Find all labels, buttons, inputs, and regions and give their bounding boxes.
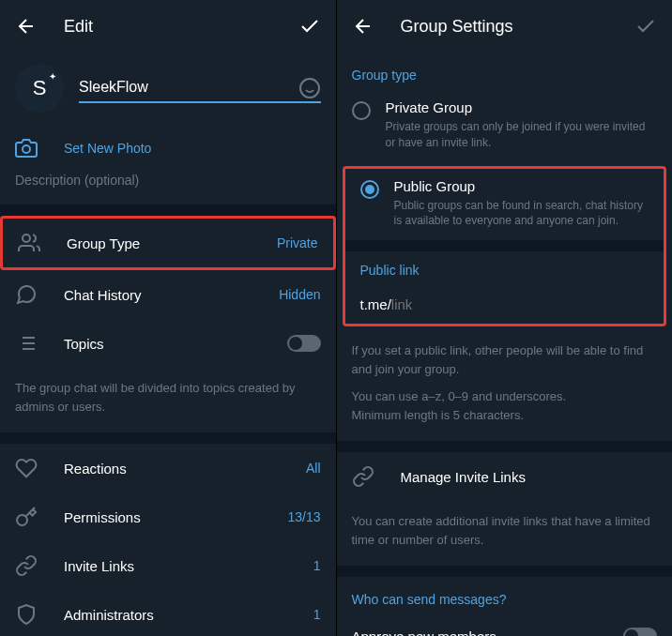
private-group-title: Private Group: [386, 99, 658, 115]
avatar-letter: S: [33, 76, 47, 100]
public-link-input[interactable]: [391, 296, 649, 312]
svg-point-0: [300, 79, 319, 98]
shield-star-icon: [15, 603, 38, 626]
administrators-row[interactable]: Administrators 1: [0, 590, 336, 636]
chat-bubble-icon: [15, 283, 38, 306]
group-settings-title: Group Settings: [401, 17, 635, 37]
set-new-photo-button[interactable]: Set New Photo: [0, 124, 336, 173]
radio-selected-icon: [360, 180, 379, 199]
topics-toggle[interactable]: [287, 335, 321, 352]
public-group-title: Public Group: [394, 178, 649, 194]
list-icon: [15, 332, 38, 355]
private-group-desc: Private groups can only be joined if you…: [386, 119, 658, 151]
reactions-value: All: [306, 461, 321, 476]
link-icon: [15, 554, 38, 577]
group-type-value: Private: [277, 235, 318, 250]
group-type-label: Group Type: [67, 235, 251, 251]
avatar-asterisk: ✦: [49, 71, 56, 82]
svg-point-1: [23, 145, 30, 153]
heart-icon: [15, 457, 38, 479]
manage-links-info: You can create additional invite links t…: [337, 501, 673, 566]
topics-info: The group chat will be divided into topi…: [0, 368, 336, 432]
group-avatar[interactable]: S ✦: [15, 64, 64, 113]
public-link-row[interactable]: t.me/: [345, 285, 664, 324]
public-group-desc: Public groups can be found in search, ch…: [394, 198, 649, 230]
link-icon: [352, 465, 374, 488]
approve-label: Approve new members: [352, 628, 624, 636]
reactions-label: Reactions: [64, 461, 280, 477]
back-arrow-icon[interactable]: [15, 15, 38, 38]
chat-history-row[interactable]: Chat History Hidden: [0, 270, 336, 319]
chat-history-label: Chat History: [64, 287, 252, 303]
key-icon: [15, 506, 38, 528]
link-prefix: t.me/: [360, 296, 391, 312]
edit-title: Edit: [64, 17, 298, 37]
public-link-header: Public link: [345, 251, 664, 285]
link-info-text: If you set a public link, other people w…: [337, 330, 673, 441]
description-placeholder[interactable]: Description (optional): [0, 173, 336, 204]
set-photo-label: Set New Photo: [64, 141, 151, 156]
permissions-value: 13/13: [287, 509, 320, 524]
approve-toggle[interactable]: [623, 628, 657, 636]
chat-history-value: Hidden: [279, 287, 320, 302]
private-group-radio[interactable]: Private Group Private groups can only be…: [337, 90, 673, 162]
svg-point-2: [23, 235, 30, 242]
back-arrow-icon[interactable]: [352, 15, 374, 38]
administrators-value: 1: [313, 607, 321, 622]
invite-links-label: Invite Links: [64, 558, 287, 574]
reactions-row[interactable]: Reactions All: [0, 444, 336, 492]
radio-unselected-icon: [352, 101, 371, 120]
group-type-section-header: Group type: [337, 53, 673, 90]
topics-label: Topics: [64, 336, 261, 352]
camera-plus-icon: [15, 137, 38, 159]
manage-invite-links-row[interactable]: Manage Invite Links: [337, 452, 673, 501]
emoji-icon[interactable]: [298, 77, 321, 99]
approve-members-row[interactable]: Approve new members: [337, 614, 673, 636]
permissions-row[interactable]: Permissions 13/13: [0, 492, 336, 541]
public-group-radio[interactable]: Public Group Public groups can be found …: [345, 169, 664, 241]
invite-links-value: 1: [313, 558, 321, 573]
confirm-check-icon[interactable]: [298, 15, 321, 38]
people-icon: [18, 232, 40, 254]
who-send-header: Who can send messages?: [337, 577, 673, 614]
invite-links-row[interactable]: Invite Links 1: [0, 541, 336, 590]
group-name-input[interactable]: [79, 73, 321, 103]
confirm-check-icon[interactable]: [634, 15, 657, 38]
manage-links-label: Manage Invite Links: [401, 469, 658, 485]
topics-row[interactable]: Topics: [0, 319, 336, 368]
group-type-row[interactable]: Group Type Private: [3, 219, 333, 267]
permissions-label: Permissions: [64, 509, 261, 525]
administrators-label: Administrators: [64, 607, 287, 623]
